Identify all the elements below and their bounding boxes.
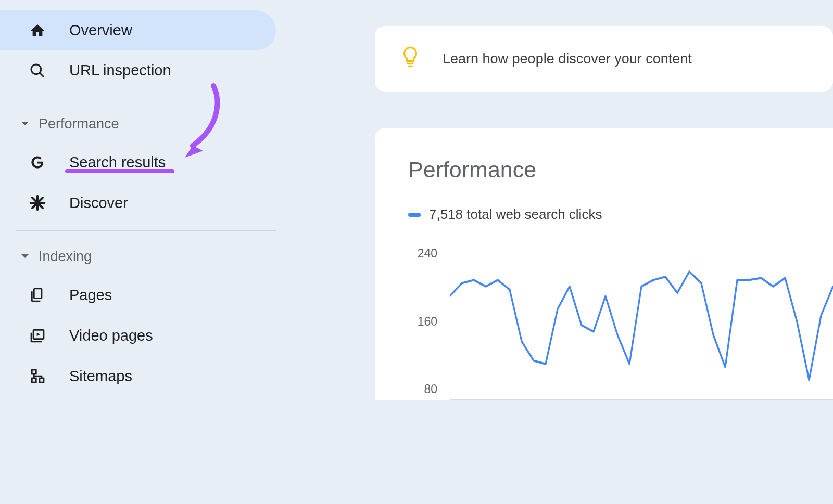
sidebar-item-label: Search results <box>69 154 166 171</box>
y-tick: 80 <box>424 382 437 396</box>
sidebar-item-overview[interactable]: Overview <box>0 10 276 50</box>
sitemap-icon <box>29 367 46 385</box>
main-content: Learn how people discover your content P… <box>292 0 833 504</box>
sidebar-item-label: Overview <box>69 22 132 39</box>
chart-legend: 7,518 total web search clicks <box>408 206 833 223</box>
sidebar-item-video-pages[interactable]: Video pages <box>0 315 292 356</box>
tip-card[interactable]: Learn how people discover your content <box>375 26 833 92</box>
sidebar-item-label: URL inspection <box>69 62 171 79</box>
sidebar-item-pages[interactable]: Pages <box>0 275 292 315</box>
y-tick: 240 <box>418 247 437 261</box>
lightbulb-icon <box>400 46 421 72</box>
performance-card: Performance 7,518 total web search click… <box>375 128 833 400</box>
asterisk-icon <box>29 194 46 212</box>
svg-rect-6 <box>40 378 44 382</box>
chevron-down-icon <box>21 121 29 126</box>
svg-line-1 <box>40 73 44 77</box>
performance-title: Performance <box>408 157 833 183</box>
sidebar-item-url-inspection[interactable]: URL inspection <box>0 50 276 91</box>
legend-swatch <box>408 213 421 217</box>
sidebar-item-sitemaps[interactable]: Sitemaps <box>0 356 292 396</box>
sidebar: Overview URL inspection Performance Sear… <box>0 0 292 504</box>
y-tick: 160 <box>418 315 437 329</box>
section-label: Performance <box>39 116 119 132</box>
performance-chart: 240 160 80 <box>408 244 833 400</box>
divider <box>16 98 276 98</box>
chart-line <box>450 244 833 399</box>
svg-point-0 <box>31 64 41 74</box>
chevron-down-icon <box>21 254 29 259</box>
sidebar-item-label: Video pages <box>69 327 153 344</box>
google-g-icon <box>29 153 46 171</box>
svg-rect-4 <box>32 370 36 374</box>
search-icon <box>29 62 46 80</box>
home-icon <box>29 22 46 40</box>
tip-text: Learn how people discover your content <box>443 51 692 67</box>
sidebar-item-label: Sitemaps <box>69 368 132 385</box>
sidebar-item-search-results[interactable]: Search results <box>0 142 292 183</box>
sidebar-section-indexing[interactable]: Indexing <box>0 238 292 275</box>
pages-icon <box>29 286 46 304</box>
y-axis: 240 160 80 <box>408 244 444 400</box>
sidebar-item-discover[interactable]: Discover <box>0 183 292 223</box>
sidebar-item-label: Pages <box>69 287 112 304</box>
svg-rect-2 <box>34 289 42 299</box>
chart-plot-area <box>450 244 833 400</box>
svg-rect-5 <box>32 378 36 382</box>
divider <box>16 230 276 231</box>
section-label: Indexing <box>39 249 92 265</box>
legend-text: 7,518 total web search clicks <box>429 206 602 223</box>
sidebar-section-performance[interactable]: Performance <box>0 106 292 142</box>
sidebar-item-label: Discover <box>69 195 128 212</box>
video-pages-icon <box>29 327 46 344</box>
